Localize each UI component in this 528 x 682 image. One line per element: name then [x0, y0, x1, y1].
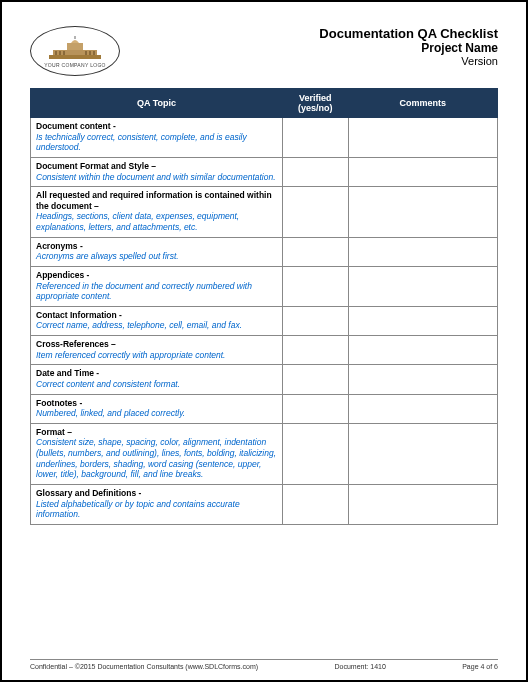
col-header-comments: Comments — [348, 89, 497, 118]
svg-rect-4 — [55, 51, 57, 55]
topic-description: Consistent size, shape, spacing, color, … — [36, 437, 277, 480]
topic-cell: Format –Consistent size, shape, spacing,… — [31, 423, 283, 484]
comments-cell — [348, 187, 497, 238]
svg-rect-3 — [75, 36, 76, 39]
topic-title: Footnotes - — [36, 398, 277, 409]
logo-placeholder-text: YOUR COMPANY LOGO — [44, 62, 106, 68]
capitol-icon — [45, 35, 105, 61]
comments-cell — [348, 306, 497, 335]
topic-cell: All requested and required information i… — [31, 187, 283, 238]
verified-cell — [283, 484, 348, 524]
topic-cell: Appendices -Referenced in the document a… — [31, 266, 283, 306]
project-name: Project Name — [319, 41, 498, 55]
title-block: Documentation QA Checklist Project Name … — [319, 26, 498, 67]
topic-cell: Footnotes -Numbered, linked, and placed … — [31, 394, 283, 423]
topic-title: Contact Information - — [36, 310, 277, 321]
topic-cell: Contact Information -Correct name, addre… — [31, 306, 283, 335]
table-row: Document Format and Style –Consistent wi… — [31, 157, 498, 186]
comments-cell — [348, 266, 497, 306]
table-row: Document content -Is technically correct… — [31, 118, 498, 158]
svg-rect-5 — [59, 51, 61, 55]
topic-description: Acronyms are always spelled out first. — [36, 251, 277, 262]
verified-cell — [283, 306, 348, 335]
qa-checklist-table: QA Topic Verified (yes/no) Comments Docu… — [30, 88, 498, 525]
comments-cell — [348, 118, 497, 158]
document-footer: Confidential – ©2015 Documentation Consu… — [30, 659, 498, 670]
topic-cell: Document Format and Style –Consistent wi… — [31, 157, 283, 186]
topic-title: Acronyms - — [36, 241, 277, 252]
topic-title: Glossary and Definitions - — [36, 488, 277, 499]
verified-cell — [283, 423, 348, 484]
comments-cell — [348, 394, 497, 423]
content-area: QA Topic Verified (yes/no) Comments Docu… — [30, 88, 498, 651]
footer-confidential: Confidential – ©2015 Documentation Consu… — [30, 663, 258, 670]
topic-description: Correct name, address, telephone, cell, … — [36, 320, 277, 331]
version-label: Version — [319, 55, 498, 67]
table-row: Footnotes -Numbered, linked, and placed … — [31, 394, 498, 423]
topic-description: Is technically correct, consistent, comp… — [36, 132, 277, 153]
verified-cell — [283, 336, 348, 365]
topic-description: Headings, sections, client data, expense… — [36, 211, 277, 232]
svg-rect-0 — [49, 55, 101, 59]
topic-description: Listed alphabetically or by topic and co… — [36, 499, 277, 520]
comments-cell — [348, 157, 497, 186]
topic-title: Cross-References – — [36, 339, 277, 350]
topic-cell: Date and Time -Correct content and consi… — [31, 365, 283, 394]
document-header: YOUR COMPANY LOGO Documentation QA Check… — [30, 26, 498, 76]
comments-cell — [348, 484, 497, 524]
footer-page-number: Page 4 of 6 — [462, 663, 498, 670]
topic-description: Correct content and consistent format. — [36, 379, 277, 390]
col-header-topic: QA Topic — [31, 89, 283, 118]
topic-title: Appendices - — [36, 270, 277, 281]
table-row: Date and Time -Correct content and consi… — [31, 365, 498, 394]
verified-cell — [283, 187, 348, 238]
svg-rect-7 — [85, 51, 87, 55]
topic-title: Date and Time - — [36, 368, 277, 379]
verified-cell — [283, 394, 348, 423]
svg-rect-9 — [93, 51, 95, 55]
svg-rect-2 — [67, 43, 83, 50]
table-row: Cross-References –Item referenced correc… — [31, 336, 498, 365]
comments-cell — [348, 365, 497, 394]
topic-cell: Glossary and Definitions -Listed alphabe… — [31, 484, 283, 524]
svg-rect-6 — [63, 51, 65, 55]
topic-title: All requested and required information i… — [36, 190, 277, 211]
topic-cell: Cross-References –Item referenced correc… — [31, 336, 283, 365]
col-header-verified: Verified (yes/no) — [283, 89, 348, 118]
verified-cell — [283, 118, 348, 158]
verified-cell — [283, 157, 348, 186]
topic-title: Document Format and Style – — [36, 161, 277, 172]
topic-cell: Acronyms -Acronyms are always spelled ou… — [31, 237, 283, 266]
table-row: All requested and required information i… — [31, 187, 498, 238]
table-row: Contact Information -Correct name, addre… — [31, 306, 498, 335]
company-logo: YOUR COMPANY LOGO — [30, 26, 120, 76]
verified-cell — [283, 365, 348, 394]
topic-cell: Document content -Is technically correct… — [31, 118, 283, 158]
verified-cell — [283, 237, 348, 266]
document-page: YOUR COMPANY LOGO Documentation QA Check… — [2, 2, 526, 680]
table-row: Acronyms -Acronyms are always spelled ou… — [31, 237, 498, 266]
topic-description: Consistent within the document and with … — [36, 172, 277, 183]
comments-cell — [348, 336, 497, 365]
doc-title: Documentation QA Checklist — [319, 26, 498, 41]
topic-title: Format – — [36, 427, 277, 438]
table-row: Format –Consistent size, shape, spacing,… — [31, 423, 498, 484]
svg-rect-8 — [89, 51, 91, 55]
topic-description: Item referenced correctly with appropria… — [36, 350, 277, 361]
topic-description: Referenced in the document and correctly… — [36, 281, 277, 302]
topic-title: Document content - — [36, 121, 277, 132]
verified-cell — [283, 266, 348, 306]
footer-document-number: Document: 1410 — [334, 663, 385, 670]
comments-cell — [348, 237, 497, 266]
table-row: Appendices -Referenced in the document a… — [31, 266, 498, 306]
comments-cell — [348, 423, 497, 484]
table-row: Glossary and Definitions -Listed alphabe… — [31, 484, 498, 524]
topic-description: Numbered, linked, and placed correctly. — [36, 408, 277, 419]
